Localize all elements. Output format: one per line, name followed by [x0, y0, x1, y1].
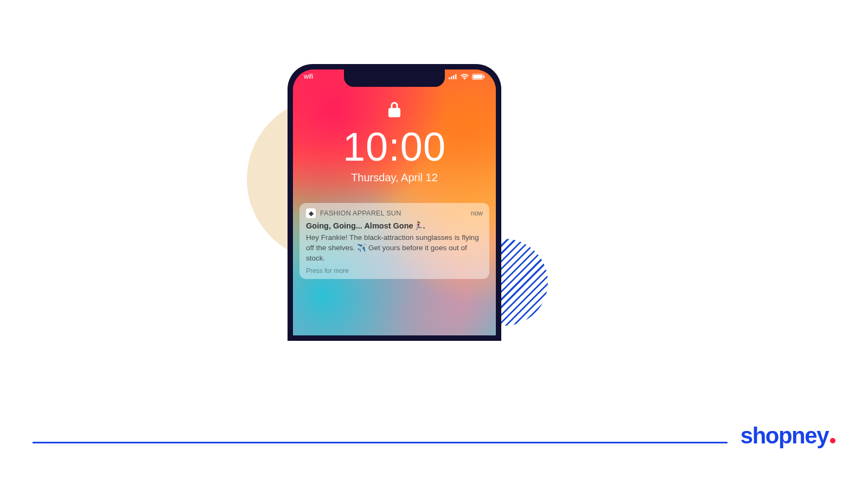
svg-rect-2 — [453, 75, 455, 79]
svg-rect-6 — [473, 75, 482, 79]
notification-timestamp: now — [471, 209, 483, 217]
notification-app-name: FASHION APPAREL SUN — [320, 209, 467, 217]
cellular-icon — [449, 74, 457, 79]
brand-logo: shopney — [727, 423, 835, 449]
status-left-label: wifi — [304, 73, 313, 80]
notification-press-hint: Press for more — [306, 267, 483, 275]
notification-title: Going, Going... Almost Gone🏃‍♀️. — [306, 221, 483, 231]
brand-name: shopney — [741, 423, 828, 449]
lockscreen-date: Thursday, April 12 — [293, 172, 496, 184]
phone-mockup: wifi 10:00 — [288, 64, 501, 341]
notification-body: Hey Frankie! The black-attraction sungla… — [306, 233, 483, 264]
battery-icon — [472, 74, 485, 80]
notification-app-icon: ◆ — [306, 208, 316, 218]
lockscreen-time: 10:00 — [293, 127, 496, 167]
status-right-icons — [449, 74, 485, 80]
brand-dot-icon — [830, 438, 835, 443]
footer-divider — [33, 442, 835, 443]
phone-bottom-cutoff — [0, 341, 868, 489]
wifi-icon — [461, 74, 469, 80]
svg-point-4 — [464, 78, 465, 79]
svg-rect-7 — [484, 75, 485, 78]
svg-rect-0 — [449, 78, 450, 79]
lock-icon — [388, 102, 400, 119]
phone-screen: wifi 10:00 — [293, 69, 496, 335]
push-notification-card[interactable]: ◆ FASHION APPAREL SUN now Going, Going..… — [299, 203, 489, 279]
svg-rect-1 — [451, 77, 452, 79]
phone-notch — [344, 69, 445, 87]
svg-rect-3 — [455, 74, 457, 80]
